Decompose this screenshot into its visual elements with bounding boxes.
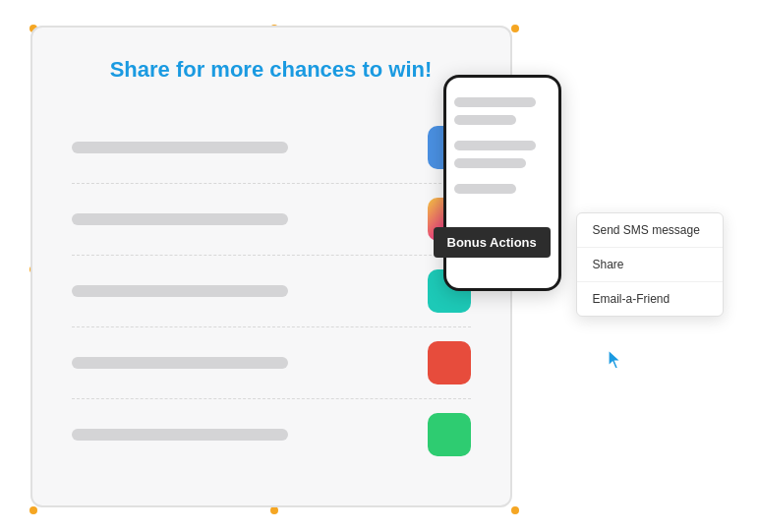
phone-bar xyxy=(454,158,527,168)
corner-dot-tr xyxy=(511,25,519,32)
corner-dot-bc xyxy=(270,506,278,514)
dropdown-item-share[interactable]: Share xyxy=(577,248,723,282)
list-item xyxy=(72,184,471,256)
icon-red-box xyxy=(428,341,471,384)
row-bar xyxy=(72,429,288,441)
main-card: Share for more chances to win! xyxy=(30,26,512,507)
phone-bar xyxy=(454,97,536,107)
row-bar xyxy=(72,357,288,369)
row-bar xyxy=(72,285,288,297)
list-item xyxy=(72,256,471,327)
card-title: Share for more chances to win! xyxy=(72,57,471,83)
bonus-actions-tab[interactable]: Bonus Actions xyxy=(434,227,551,258)
corner-dot-bl xyxy=(29,506,37,514)
phone-bar xyxy=(454,184,517,194)
cursor-icon xyxy=(606,348,625,372)
scene: Share for more chances to win! xyxy=(21,16,738,517)
phone-mockup xyxy=(443,75,561,291)
row-bar xyxy=(72,142,288,153)
phone-bar xyxy=(454,115,517,125)
phone-bar xyxy=(454,141,536,150)
list-item xyxy=(72,112,471,184)
row-bar xyxy=(72,213,288,225)
dropdown-item-sms[interactable]: Send SMS message xyxy=(577,213,723,248)
list-item xyxy=(72,399,471,470)
phone-content xyxy=(446,86,558,206)
list-item xyxy=(72,327,471,399)
dropdown-menu: Send SMS message Share Email-a-Friend xyxy=(576,212,724,317)
icon-green-box xyxy=(428,413,471,456)
dropdown-item-email[interactable]: Email-a-Friend xyxy=(577,282,723,316)
corner-dot-br xyxy=(511,506,519,514)
